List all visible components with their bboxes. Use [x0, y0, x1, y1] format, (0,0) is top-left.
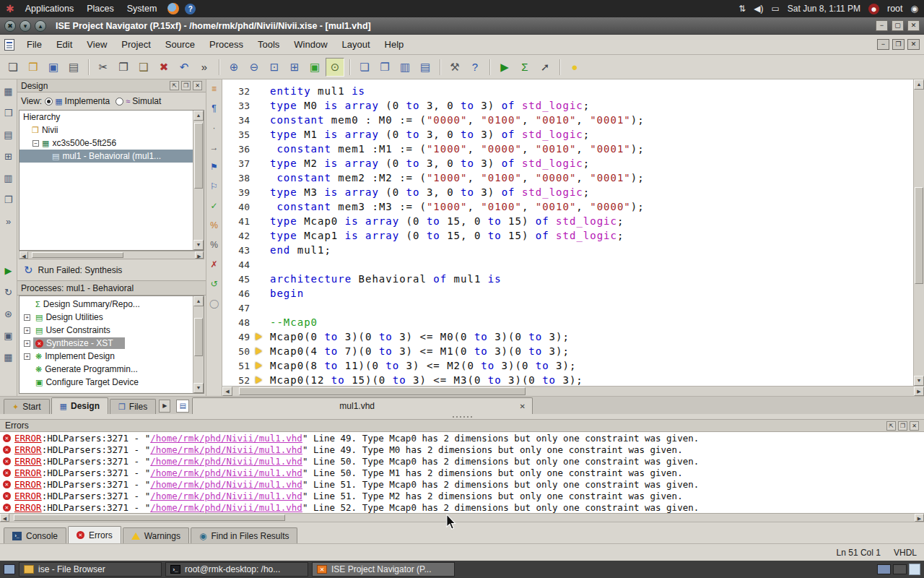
- lightbulb-tip-button[interactable]: ●: [565, 58, 584, 77]
- process-item-body[interactable]: ▤User Constraints: [33, 324, 113, 336]
- code-text[interactable]: Mcap0(4 to 7)(0 to 3) <= M1(0 to 3)(0 to…: [270, 345, 570, 357]
- code-text[interactable]: end mul1;: [270, 244, 331, 256]
- scroll-right-button[interactable]: ▶: [915, 514, 924, 522]
- tab-design[interactable]: ▦Design: [51, 397, 108, 414]
- volume-icon[interactable]: ◀): [754, 4, 763, 14]
- code-line[interactable]: 42type Mcap1 is array (0 to 15, 0 to 15)…: [222, 228, 913, 243]
- code-text[interactable]: begin: [270, 288, 304, 299]
- zoom-out-button[interactable]: ⊖: [245, 58, 263, 77]
- cascade-windows-button[interactable]: ❐: [375, 58, 394, 77]
- menu-process[interactable]: Process: [203, 36, 250, 53]
- editor-horizontal-scrollbar[interactable]: ◀ ▶: [222, 386, 924, 396]
- code-line[interactable]: 37type M2 is array (0 to 3, 0 to 3) of s…: [222, 156, 913, 171]
- process-item-body[interactable]: ✕Synthesize - XST: [33, 337, 125, 349]
- errors-panel-detach-icon[interactable]: ⇱: [886, 421, 896, 431]
- menu-source[interactable]: Source: [159, 36, 201, 53]
- tree-expander-icon[interactable]: +: [24, 314, 30, 321]
- code-text[interactable]: entity mul1 is: [270, 85, 365, 97]
- process-item[interactable]: ▣Configure Target Device: [19, 376, 193, 389]
- code-text[interactable]: --Mcap0: [270, 316, 318, 328]
- reports-panel-icon[interactable]: ❐: [2, 194, 14, 206]
- process-item-body[interactable]: ❋Generate Programmin...: [33, 363, 140, 375]
- errors-panel-float-icon[interactable]: ❐: [898, 421, 907, 431]
- files-panel-shortcut-icon[interactable]: ▤: [2, 129, 14, 141]
- tile-vertical-button[interactable]: ▤: [416, 58, 435, 77]
- scroll-up-button[interactable]: ▲: [914, 79, 924, 90]
- tab-files[interactable]: ❒Files: [110, 399, 156, 414]
- processes-vertical-scrollbar[interactable]: ▲ ▼: [193, 296, 204, 393]
- process-item[interactable]: ΣDesign Summary/Repo...: [19, 298, 193, 311]
- code-text[interactable]: constant mem3 :M3 := ("1000", "0100", "0…: [270, 201, 645, 212]
- error-link[interactable]: ERROR: [14, 502, 42, 513]
- hierarchy-item[interactable]: ▤mul1 - Behavioral (mul1...: [19, 150, 193, 163]
- code-text[interactable]: type M1 is array (0 to 3, 0 to 3) of std…: [270, 129, 590, 140]
- error-file-link[interactable]: /home/rmk/phd/Nivii/mul1.vhd: [150, 456, 302, 467]
- menu-edit[interactable]: Edit: [50, 36, 79, 53]
- code-line[interactable]: 46begin: [222, 286, 913, 301]
- user-menu[interactable]: root: [887, 4, 903, 14]
- new-window-button[interactable]: ❏: [355, 58, 374, 77]
- delete-button[interactable]: ✖: [154, 58, 173, 77]
- tree-expander-icon[interactable]: +: [24, 353, 30, 360]
- whats-this-help-button[interactable]: ?: [466, 58, 484, 77]
- print-button[interactable]: ▤: [64, 58, 83, 77]
- view-option-implementation[interactable]: ▦Implementa: [45, 96, 110, 106]
- hierarchy-vertical-scrollbar[interactable]: ▲ ▼: [193, 111, 204, 250]
- code-text[interactable]: constant mem1 :M1 := ("1000", "0000", "0…: [270, 143, 645, 155]
- code-text[interactable]: Mcap0(12 to 15)(0 to 3) <= M3(0 to 3)(0 …: [270, 374, 583, 386]
- clock[interactable]: Sat Jun 8, 1:11 PM: [788, 4, 860, 14]
- line-numbers-toggle-icon[interactable]: ≡: [209, 83, 220, 95]
- minimize-button[interactable]: −: [876, 20, 888, 31]
- hierarchy-horizontal-scrollbar[interactable]: ◀ ▶: [19, 251, 204, 259]
- start-panel-icon[interactable]: ▦: [2, 85, 14, 98]
- code-text[interactable]: type Mcap0 is array (0 to 15, 0 to 15) o…: [270, 215, 624, 227]
- menu-window[interactable]: Window: [287, 36, 334, 53]
- code-line[interactable]: 48--Mcap0: [222, 315, 913, 329]
- scrollbar-thumb[interactable]: [194, 123, 203, 189]
- process-grid-icon[interactable]: ▦: [2, 351, 14, 363]
- tab-find-in-files-results[interactable]: ◉Find in Files Results: [191, 527, 298, 543]
- code-line[interactable]: 50Mcap0(4 to 7)(0 to 3) <= M1(0 to 3)(0 …: [222, 344, 913, 358]
- nav-back-icon[interactable]: ↺: [209, 278, 220, 290]
- undo-button[interactable]: ↶: [175, 58, 193, 77]
- cut-button[interactable]: ✂: [94, 58, 113, 77]
- open-folder-button[interactable]: ❒: [24, 58, 43, 77]
- power-icon[interactable]: ◉: [911, 4, 918, 14]
- design-panel-detach-icon[interactable]: ⇱: [170, 81, 179, 90]
- gnome-menu-places[interactable]: Places: [82, 2, 119, 15]
- distro-menu-icon[interactable]: ✱: [6, 3, 14, 14]
- tab-overflow-button[interactable]: ▶: [159, 400, 170, 413]
- error-file-link[interactable]: /home/rmk/phd/Nivii/mul1.vhd: [150, 444, 302, 455]
- libraries-panel-icon[interactable]: ⊞: [2, 150, 14, 163]
- nav-forward-icon[interactable]: ◯: [209, 298, 220, 309]
- view-option-simulation[interactable]: ≈Simulat: [116, 96, 161, 106]
- rerun-all-processes-icon[interactable]: ⊛: [2, 308, 14, 320]
- word-wrap-toggle-icon[interactable]: ¶: [209, 103, 220, 114]
- code-text[interactable]: architecture Behavioral of mul1 is: [270, 273, 502, 285]
- code-line[interactable]: 36 constant mem1 :M1 := ("1000", "0000",…: [222, 142, 913, 156]
- window-titlebar[interactable]: ✖ ▾ ▴ ISE Project Navigator (P.15xf) - /…: [0, 17, 924, 35]
- code-line[interactable]: 35type M1 is array (0 to 3, 0 to 3) of s…: [222, 127, 913, 142]
- code-text[interactable]: constant mem0 : M0 := ("0000", "0100", "…: [270, 114, 645, 126]
- new-document-button[interactable]: ❏: [4, 58, 22, 77]
- code-text[interactable]: Mcap0(8 to 11)(0 to 3) <= M2(0 to 3)(0 t…: [270, 360, 576, 371]
- error-link[interactable]: ERROR: [14, 491, 42, 501]
- scroll-up-button[interactable]: ▲: [193, 111, 204, 121]
- process-item-body[interactable]: ▣Configure Target Device: [33, 376, 141, 388]
- help-launcher-icon[interactable]: ?: [185, 4, 196, 14]
- tab-start[interactable]: ✦Start: [4, 399, 50, 414]
- error-link[interactable]: ERROR: [14, 456, 42, 467]
- error-file-link[interactable]: /home/rmk/phd/Nivii/mul1.vhd: [150, 491, 302, 501]
- scrollbar-thumb[interactable]: [32, 252, 123, 258]
- menu-project[interactable]: Project: [115, 36, 157, 53]
- refresh-view-button[interactable]: ▣: [305, 58, 324, 77]
- gnome-menu-system[interactable]: System: [122, 2, 162, 15]
- scrollbar-thumb[interactable]: [194, 318, 203, 356]
- tree-expander-icon[interactable]: −: [32, 140, 39, 147]
- design-panel-header[interactable]: Design ⇱ ❐ ✕: [17, 79, 206, 92]
- panel-splitter[interactable]: [0, 414, 924, 419]
- process-item[interactable]: +▤Design Utilities: [19, 311, 193, 324]
- window-list-icon[interactable]: [4, 564, 15, 574]
- menu-help[interactable]: Help: [378, 36, 411, 53]
- run-selected-process-icon[interactable]: ▶: [2, 264, 14, 277]
